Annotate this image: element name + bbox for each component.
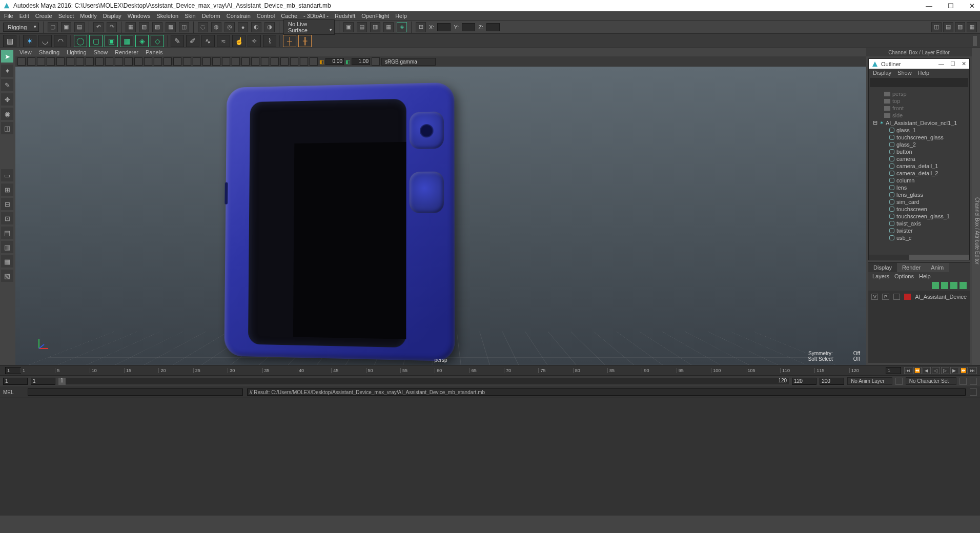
render-settings-icon[interactable]: ▥ bbox=[370, 22, 380, 32]
play-start-field[interactable]: 1 bbox=[31, 378, 55, 385]
undo-icon[interactable]: ↶ bbox=[93, 22, 104, 32]
snap-grid-icon[interactable]: ◌ bbox=[198, 22, 208, 32]
outliner-child[interactable]: twist_axis bbox=[896, 220, 921, 227]
wireframe-icon[interactable] bbox=[115, 57, 123, 66]
dof-icon[interactable] bbox=[222, 57, 230, 66]
layer-name[interactable]: AI_Assistant_Device bbox=[915, 294, 967, 300]
ik-spline-icon[interactable]: ◠ bbox=[54, 35, 67, 47]
toggle-panel-icon[interactable]: ⊞ bbox=[416, 22, 426, 32]
view-transform-icon[interactable] bbox=[372, 57, 380, 66]
channel-box-icon[interactable]: ▦ bbox=[967, 22, 977, 32]
cluster-icon[interactable]: ◈ bbox=[135, 35, 149, 47]
snap-point-icon[interactable]: ◎ bbox=[224, 22, 235, 32]
select-comp-icon[interactable]: ◫ bbox=[179, 22, 189, 32]
minimize-button[interactable]: — bbox=[924, 2, 934, 10]
skin-mirror-icon[interactable]: ▣ bbox=[105, 35, 118, 47]
play-fwd-icon[interactable]: ▷ bbox=[941, 367, 949, 374]
attribute-editor-tab[interactable]: Channel Box / Attribute Editor bbox=[972, 48, 980, 365]
res-gate-icon[interactable] bbox=[95, 57, 104, 66]
vp-sel-hl-icon[interactable] bbox=[271, 57, 279, 66]
outliner-filter-field[interactable] bbox=[870, 78, 968, 87]
outliner-child[interactable]: glass_1 bbox=[896, 127, 916, 133]
graph-tool[interactable]: ▥ bbox=[1, 241, 13, 253]
anim-layer-dropdown[interactable]: No Anim Layer bbox=[847, 377, 892, 385]
y-field[interactable] bbox=[462, 23, 475, 31]
outliner-scrollbar[interactable] bbox=[869, 255, 969, 260]
outliner-child[interactable]: sim_card bbox=[896, 199, 920, 205]
lights-icon[interactable] bbox=[144, 57, 152, 66]
vp-renderer-icon[interactable] bbox=[251, 57, 259, 66]
outliner-child[interactable]: camera_detail_1 bbox=[896, 163, 938, 169]
dope-tool[interactable]: ▦ bbox=[1, 255, 13, 268]
layer-new-empty-icon[interactable] bbox=[950, 282, 957, 289]
character-set-dropdown[interactable]: No Character Set bbox=[906, 377, 956, 385]
layer-tab-display[interactable]: Display bbox=[868, 263, 897, 272]
cam-bookmark-icon[interactable] bbox=[37, 57, 45, 66]
step-fwd-icon[interactable]: ▶ bbox=[950, 367, 958, 374]
redo-icon[interactable]: ↷ bbox=[107, 22, 117, 32]
open-scene-icon[interactable]: ▣ bbox=[61, 22, 71, 32]
vp-lighting-icon[interactable] bbox=[241, 57, 250, 66]
outliner-child[interactable]: camera bbox=[896, 156, 915, 162]
command-input[interactable] bbox=[28, 388, 243, 396]
layout-four-tool[interactable]: ⊞ bbox=[1, 183, 13, 196]
relax-icon[interactable]: ≈ bbox=[217, 35, 230, 47]
modeling-toolkit-icon[interactable]: ◫ bbox=[931, 22, 942, 32]
menu-edit[interactable]: Edit bbox=[19, 13, 29, 19]
outliner-child[interactable]: glass_2 bbox=[896, 141, 916, 148]
snap-plane-icon[interactable]: ● bbox=[238, 22, 248, 32]
layout-two-tool[interactable]: ⊡ bbox=[1, 212, 13, 224]
attribute-editor-icon[interactable]: ▤ bbox=[943, 22, 953, 32]
layer-new-selected-icon[interactable] bbox=[959, 282, 967, 289]
menu-control[interactable]: Control bbox=[257, 13, 275, 19]
menu-file[interactable]: File bbox=[4, 13, 13, 19]
motion-blur-icon[interactable] bbox=[232, 57, 240, 66]
menu-cache[interactable]: Cache bbox=[281, 13, 297, 19]
layer-sub-layers[interactable]: Layers bbox=[872, 273, 889, 279]
paint-skin-icon[interactable]: ▢ bbox=[89, 35, 103, 47]
play-back-icon[interactable]: ◁ bbox=[932, 367, 940, 374]
outliner-child[interactable]: camera_detail_2 bbox=[896, 170, 938, 176]
paint-control-icon[interactable]: ✎ bbox=[171, 35, 184, 47]
blendshape-icon[interactable]: ┼ bbox=[283, 35, 296, 47]
outliner-child[interactable]: twister bbox=[896, 228, 913, 234]
layer-tab-anim[interactable]: Anim bbox=[926, 263, 949, 272]
snap-curve-icon[interactable]: ◍ bbox=[211, 22, 221, 32]
outliner-child[interactable]: touchscreen_glass bbox=[896, 134, 944, 140]
maximize-button[interactable]: ☐ bbox=[946, 2, 956, 10]
select-tool[interactable]: ➤ bbox=[1, 50, 13, 63]
snap-live-icon[interactable]: ◐ bbox=[251, 22, 261, 32]
z-field[interactable] bbox=[486, 23, 500, 31]
layout-three-tool[interactable]: ⊟ bbox=[1, 198, 13, 210]
xray-icon[interactable] bbox=[173, 57, 181, 66]
tool-settings-icon[interactable]: ▥ bbox=[955, 22, 965, 32]
viewport[interactable]: persp Symmetry:Off Soft SelectOff bbox=[15, 67, 866, 365]
outliner-min-icon[interactable]: — bbox=[938, 60, 944, 67]
panel-menu-lighting[interactable]: Lighting bbox=[67, 49, 87, 55]
layer-move-up-icon[interactable] bbox=[932, 282, 939, 289]
anim-start-field[interactable]: 1 bbox=[3, 378, 28, 385]
go-start-icon[interactable]: ⏮ bbox=[904, 367, 912, 374]
outliner-menu-display[interactable]: Display bbox=[873, 70, 891, 76]
outliner-side[interactable]: side bbox=[892, 112, 903, 118]
new-scene-icon[interactable]: ▢ bbox=[48, 22, 58, 32]
grease-icon[interactable] bbox=[66, 57, 74, 66]
skin-bind-icon[interactable]: ◯ bbox=[74, 35, 87, 47]
vp-xgen-icon[interactable] bbox=[261, 57, 269, 66]
vp-poly-icon[interactable] bbox=[300, 57, 308, 66]
layout-single-tool[interactable]: ▭ bbox=[1, 169, 13, 181]
layer-move-down-icon[interactable] bbox=[941, 282, 948, 289]
outliner-child[interactable]: touchscreen_glass_1 bbox=[896, 213, 950, 219]
textured-icon[interactable] bbox=[134, 57, 142, 66]
msaa-icon[interactable] bbox=[212, 57, 220, 66]
scale-tool[interactable]: ◫ bbox=[1, 122, 13, 134]
select-hier-icon[interactable]: ▨ bbox=[152, 22, 162, 32]
mesh-ai-assistant-device[interactable] bbox=[224, 83, 455, 361]
2d-pan-icon[interactable] bbox=[56, 57, 65, 66]
xray-joints-icon[interactable] bbox=[183, 57, 191, 66]
outliner-tree[interactable]: persp top front side ⊟✶AI_Assistant_Devi… bbox=[869, 88, 969, 255]
vp-comp-icon[interactable] bbox=[290, 57, 298, 66]
ssao-icon[interactable] bbox=[202, 57, 211, 66]
sculpt-icon[interactable]: ✐ bbox=[186, 35, 199, 47]
lattice-icon[interactable]: ▦ bbox=[120, 35, 133, 47]
